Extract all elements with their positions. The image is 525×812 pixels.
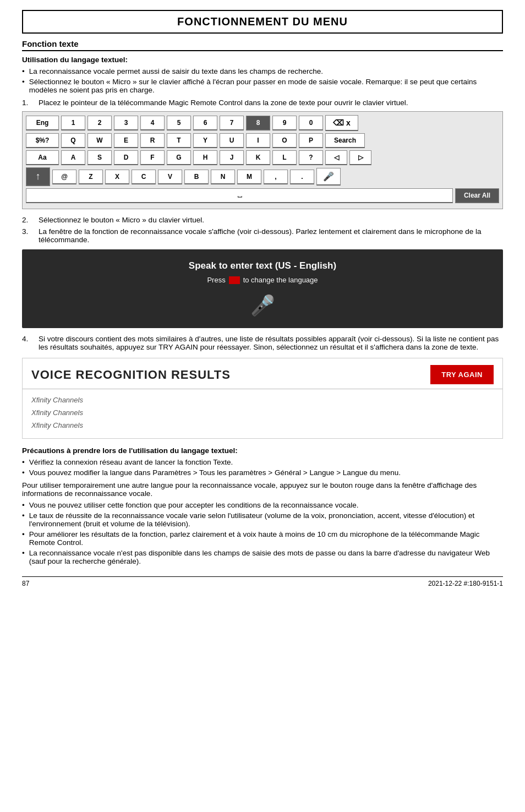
key-e[interactable]: E — [114, 133, 138, 148]
page-footer: 87 2021-12-22 #:180-9151-1 — [22, 576, 503, 587]
key-2[interactable]: 2 — [88, 116, 112, 130]
key-symbols[interactable]: $%? — [26, 133, 59, 148]
key-c[interactable]: C — [132, 170, 156, 184]
key-mic[interactable]: 🎤 — [316, 168, 341, 186]
keyboard-row-2: $%? Q W E R T Y U I O P Search — [26, 133, 499, 148]
key-g[interactable]: G — [167, 150, 191, 165]
key-eng[interactable]: Eng — [26, 116, 59, 130]
key-t[interactable]: T — [167, 133, 191, 148]
key-3[interactable]: 3 — [114, 116, 138, 130]
virtual-keyboard: Eng 1 2 3 4 5 6 7 8 9 0 ⌫ x $%? Q W E R … — [22, 111, 503, 209]
precaution-item-6: La reconnaissance vocale n'est pas dispo… — [22, 549, 503, 565]
key-shift[interactable]: ↑ — [26, 167, 50, 186]
bullet-item: Sélectionnez le bouton « Micro » sur le … — [22, 78, 503, 94]
doc-info: 2021-12-22 #:180-9151-1 — [428, 580, 503, 587]
key-a[interactable]: A — [61, 150, 85, 165]
key-4[interactable]: 4 — [140, 116, 165, 130]
key-question[interactable]: ? — [299, 150, 323, 165]
key-k[interactable]: K — [246, 150, 270, 165]
key-d[interactable]: D — [114, 150, 138, 165]
key-0[interactable]: 0 — [299, 116, 323, 130]
microphone-icon: 🎤 — [33, 294, 492, 317]
key-9[interactable]: 9 — [272, 116, 297, 130]
key-back-arrow[interactable]: ◁ — [325, 150, 347, 165]
key-q[interactable]: Q — [61, 133, 85, 148]
key-1[interactable]: 1 — [61, 116, 85, 130]
precaution-item-1: Vérifiez la connexion réseau avant de la… — [22, 458, 503, 466]
results-header: VOICE RECOGNITION RESULTS TRY AGAIN — [23, 358, 502, 389]
key-s[interactable]: S — [88, 150, 112, 165]
keyboard-row-3: Aa A S D F G H J K L ? ◁ ▷ — [26, 150, 499, 165]
key-o[interactable]: O — [272, 133, 297, 148]
page-number: 87 — [22, 580, 29, 587]
key-at[interactable]: @ — [52, 170, 76, 184]
precaution-item-3: Vous ne pouvez utiliser cette fonction q… — [22, 501, 503, 509]
precautions-paragraph: Pour utiliser temporairement une autre l… — [22, 481, 503, 498]
precautions-bullets-1: Vérifiez la connexion réseau avant de la… — [22, 458, 503, 477]
voice-recognition-dialog: Speak to enter text (US - English) Press… — [22, 249, 503, 328]
key-p[interactable]: P — [299, 133, 323, 148]
key-l[interactable]: L — [272, 150, 297, 165]
results-title: VOICE RECOGNITION RESULTS — [31, 368, 231, 382]
precautions-bullets-2: Vous ne pouvez utiliser cette fonction q… — [22, 501, 503, 565]
keyboard-row-4: ↑ @ Z X C V B N M , . 🎤 — [26, 167, 499, 186]
numbered-item-2: 2. Sélectionnez le bouton « Micro » du c… — [22, 216, 503, 224]
numbered-list-3: 4. Si votre discours contient des mots s… — [22, 335, 503, 351]
key-x[interactable]: X — [105, 170, 129, 184]
key-b[interactable]: B — [184, 170, 209, 184]
key-8[interactable]: 8 — [246, 116, 270, 130]
result-item-1[interactable]: Xfinity Channels — [31, 394, 494, 406]
key-z[interactable]: Z — [79, 170, 103, 184]
key-m[interactable]: M — [237, 170, 261, 184]
keyboard-row-1: Eng 1 2 3 4 5 6 7 8 9 0 ⌫ x — [26, 115, 499, 131]
keyboard-spacebar-row: ⎵ Clear All — [26, 188, 499, 203]
result-item-2[interactable]: Xfinity Channels — [31, 406, 494, 419]
voice-box-title: Speak to enter text (US - English) — [33, 260, 492, 271]
key-w[interactable]: W — [88, 133, 112, 148]
numbered-list-2: 2. Sélectionnez le bouton « Micro » du c… — [22, 216, 503, 244]
key-6[interactable]: 6 — [193, 116, 217, 130]
key-search[interactable]: Search — [325, 133, 365, 148]
numbered-item-3: 3. La fenêtre de la fonction de reconnai… — [22, 227, 503, 244]
key-forward-arrow[interactable]: ▷ — [349, 150, 371, 165]
section-title: Fonction texte — [22, 39, 503, 51]
key-aa[interactable]: Aa — [26, 150, 59, 165]
precautions-title: Précautions à prendre lors de l'utilisat… — [22, 446, 503, 455]
voice-box-subtitle: Press to change the language — [33, 276, 492, 284]
key-clear-all[interactable]: Clear All — [455, 188, 499, 203]
key-u[interactable]: U — [220, 133, 244, 148]
precaution-item-5: Pour améliorer les résultats de la fonct… — [22, 530, 503, 547]
results-items-list: Xfinity Channels Xfinity Channels Xfinit… — [23, 389, 502, 438]
voice-results-box: VOICE RECOGNITION RESULTS TRY AGAIN Xfin… — [22, 358, 503, 439]
key-y[interactable]: Y — [193, 133, 217, 148]
key-7[interactable]: 7 — [220, 116, 244, 130]
main-title: FONCTIONNEMENT DU MENU — [22, 10, 503, 34]
key-5[interactable]: 5 — [167, 116, 191, 130]
numbered-list: 1. Placez le pointeur de la télécommande… — [22, 99, 503, 107]
key-h[interactable]: H — [193, 150, 217, 165]
numbered-item-4: 4. Si votre discours contient des mots s… — [22, 335, 503, 351]
numbered-item-1: 1. Placez le pointeur de la télécommande… — [22, 99, 503, 107]
key-n[interactable]: N — [211, 170, 235, 184]
key-backspace[interactable]: ⌫ x — [325, 115, 358, 131]
subsection-title: Utilisation du langage textuel: — [22, 56, 503, 64]
key-period[interactable]: . — [290, 170, 314, 184]
key-f[interactable]: F — [140, 150, 165, 165]
try-again-button[interactable]: TRY AGAIN — [430, 365, 494, 384]
key-j[interactable]: J — [220, 150, 244, 165]
result-item-3[interactable]: Xfinity Channels — [31, 419, 494, 432]
key-spacebar[interactable]: ⎵ — [26, 188, 453, 203]
bullets-list-1: La reconnaissance vocale permet aussi de… — [22, 67, 503, 94]
bullet-item: La reconnaissance vocale permet aussi de… — [22, 67, 503, 75]
precaution-item-2: Vous pouvez modifier la langue dans Para… — [22, 468, 503, 477]
key-r[interactable]: R — [140, 133, 165, 148]
red-button-icon — [229, 276, 240, 284]
key-i[interactable]: I — [246, 133, 270, 148]
precaution-item-4: Le taux de réussite de la reconnaissance… — [22, 511, 503, 528]
key-comma[interactable]: , — [264, 170, 288, 184]
key-v[interactable]: V — [158, 170, 182, 184]
